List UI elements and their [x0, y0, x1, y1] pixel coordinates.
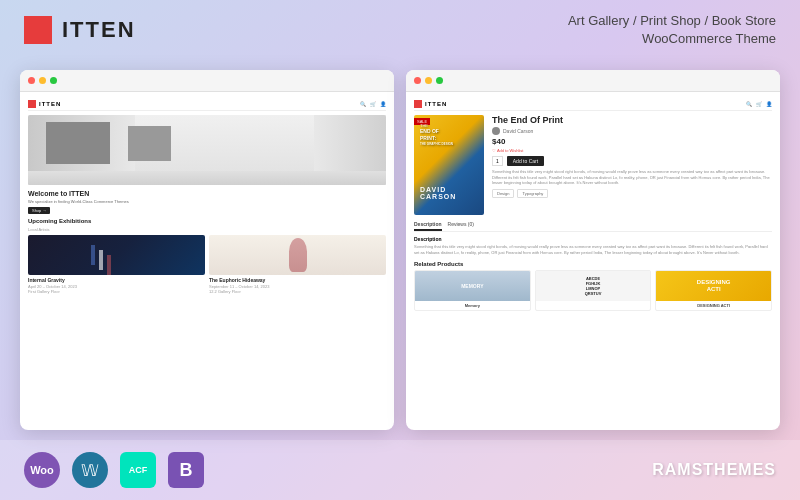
tagline-line2: WooCommerce Theme: [568, 30, 776, 48]
description-label: Description: [414, 236, 772, 242]
related-img-2: ABCDEFGHIJKLMNOPQRSTUV: [536, 271, 651, 301]
left-hero-artwork2: [128, 126, 171, 161]
left-ex-person: [289, 238, 307, 272]
related-title-3: DESIGNING ACTI: [656, 301, 771, 310]
left-shop-button[interactable]: Shop →: [28, 207, 50, 214]
left-nav-logo-icon: [28, 100, 36, 108]
left-mockup-content: ITTEN 🔍 🛒 👤 Welcome to ITTEN We speciali…: [20, 92, 394, 300]
product-info: The End Of Print David Carson $40 ♡ Add …: [492, 115, 772, 215]
left-nav-icons: 🔍 🛒 👤: [360, 101, 386, 107]
related-products-list: MEMORY Memory ABCDEFGHIJKLMNOPQRSTUV DES…: [414, 270, 772, 311]
left-ex-title-2: The Euphoric Hideaway: [209, 277, 386, 283]
right-mini-nav: ITTEN 🔍 🛒 👤: [414, 98, 772, 111]
left-nav-logo-text: ITTEN: [39, 101, 61, 107]
book-cover-title: THE END OF PRINT: THE GRAPHIC DESIGN: [420, 123, 453, 147]
browser-dot-green: [50, 77, 57, 84]
footer: Woo 𝕎 ACF B RAMSTHEMES: [0, 440, 800, 500]
browser-dot-yellow-r: [425, 77, 432, 84]
logo-text: ITTEN: [62, 17, 136, 43]
logo-area: ITTEN: [24, 16, 136, 44]
related-title-1: Memory: [415, 301, 530, 310]
browser-dot-green-r: [436, 77, 443, 84]
related-img-label-3: DESIGNINGACTI: [695, 277, 733, 295]
left-hero-floor: [28, 171, 386, 185]
acf-label: ACF: [129, 465, 148, 475]
tab-description[interactable]: Description: [414, 221, 442, 231]
quantity-row: 1 Add to Cart: [492, 156, 772, 166]
list-item: Internal Gravity April 20 – October 14, …: [28, 235, 205, 294]
author-name: David Carson: [503, 128, 533, 134]
left-ex-loc-1: First Gallery Floor: [28, 289, 205, 294]
list-item: DESIGNINGACTI DESIGNING ACTI: [655, 270, 772, 311]
author-avatar: [492, 127, 500, 135]
left-hero-image: [28, 115, 386, 185]
browser-bar-right: [406, 70, 780, 92]
acf-logo: ACF: [120, 452, 156, 488]
wordpress-logo: 𝕎: [72, 452, 108, 488]
book-cover-author: DAVID CARSON: [420, 186, 456, 200]
left-nav-logo: ITTEN: [28, 100, 61, 108]
browser-dot-red: [28, 77, 35, 84]
left-mini-nav: ITTEN 🔍 🛒 👤: [28, 98, 386, 111]
related-img-3: DESIGNINGACTI: [656, 271, 771, 301]
related-title-2: [536, 301, 651, 305]
left-welcome-subtitle: We specialize in finding World-Class Com…: [28, 199, 386, 204]
list-item: ABCDEFGHIJKLMNOPQRSTUV: [535, 270, 652, 311]
bootstrap-label: B: [180, 460, 193, 481]
left-ex-img-2: [209, 235, 386, 275]
author-row: David Carson: [492, 127, 772, 135]
bootstrap-logo: B: [168, 452, 204, 488]
tagline-line1: Art Gallery / Print Shop / Book Store: [568, 12, 776, 30]
list-item: MEMORY Memory: [414, 270, 531, 311]
left-ex-title-1: Internal Gravity: [28, 277, 205, 283]
tag-design[interactable]: Design: [492, 189, 514, 198]
browser-dot-red-r: [414, 77, 421, 84]
product-area: SALE THE END OF PRINT: THE GRAPHIC DESIG…: [414, 115, 772, 215]
wp-icon: 𝕎: [81, 461, 99, 480]
left-exhibitions-title: Upcoming Exhibitions: [28, 218, 386, 224]
description-text: Something that this title very might sto…: [414, 244, 772, 256]
description-content: Description Something that this title ve…: [414, 236, 772, 256]
product-tags: Design Typography: [492, 189, 772, 198]
left-ex-loc-2: 12.2 Gallery Floor: [209, 289, 386, 294]
woocommerce-logo: Woo: [24, 452, 60, 488]
related-img-1: MEMORY: [415, 271, 530, 301]
right-nav-logo-text: ITTEN: [425, 101, 447, 107]
browser-bar-left: [20, 70, 394, 92]
left-welcome-title: Welcome to ITTEN: [28, 190, 386, 197]
quantity-input[interactable]: 1: [492, 156, 503, 166]
tag-typography[interactable]: Typography: [517, 189, 548, 198]
list-item: The Euphoric Hideaway September 11 – Oct…: [209, 235, 386, 294]
ramsthemes-label: RAMSTHEMES: [652, 461, 776, 479]
browser-dot-yellow: [39, 77, 46, 84]
logo-icon: [24, 16, 52, 44]
right-nav-logo-icon: [414, 100, 422, 108]
left-hero-room: [28, 115, 386, 185]
wishlist-link[interactable]: ♡ Add to Wishlist: [492, 148, 772, 153]
left-exhibitions-subtitle: Local Artists: [28, 227, 386, 232]
left-ex-img-1: [28, 235, 205, 275]
related-img-label-1: MEMORY: [461, 283, 483, 289]
product-price: $40: [492, 137, 772, 146]
left-exhibitions-list: Internal Gravity April 20 – October 14, …: [28, 235, 386, 294]
product-title: The End Of Print: [492, 115, 772, 125]
right-mockup-content: ITTEN 🔍 🛒 👤 SALE THE END OF PRINT: THE G…: [406, 92, 780, 317]
tab-reviews[interactable]: Reviews (0): [448, 221, 474, 231]
related-img-label-2: ABCDEFGHIJKLMNOPQRSTUV: [585, 276, 602, 297]
product-tabs: Description Reviews (0): [414, 221, 772, 232]
right-browser-mockup: ITTEN 🔍 🛒 👤 SALE THE END OF PRINT: THE G…: [406, 70, 780, 430]
related-products-title: Related Products: [414, 261, 772, 267]
header: ITTEN Art Gallery / Print Shop / Book St…: [0, 0, 800, 60]
right-nav-logo: ITTEN: [414, 100, 447, 108]
left-browser-mockup: ITTEN 🔍 🛒 👤 Welcome to ITTEN We speciali…: [20, 70, 394, 430]
left-hero-artwork1: [46, 122, 110, 164]
add-to-cart-button[interactable]: Add to Cart: [507, 156, 544, 166]
right-nav-icons: 🔍 🛒 👤: [746, 101, 772, 107]
footer-logos: Woo 𝕎 ACF B: [24, 452, 204, 488]
woo-label: Woo: [30, 464, 54, 476]
product-short-desc: Something that this title very might sto…: [492, 169, 772, 186]
main-area: ITTEN 🔍 🛒 👤 Welcome to ITTEN We speciali…: [0, 60, 800, 440]
header-tagline: Art Gallery / Print Shop / Book Store Wo…: [568, 12, 776, 48]
book-cover: SALE THE END OF PRINT: THE GRAPHIC DESIG…: [414, 115, 484, 215]
